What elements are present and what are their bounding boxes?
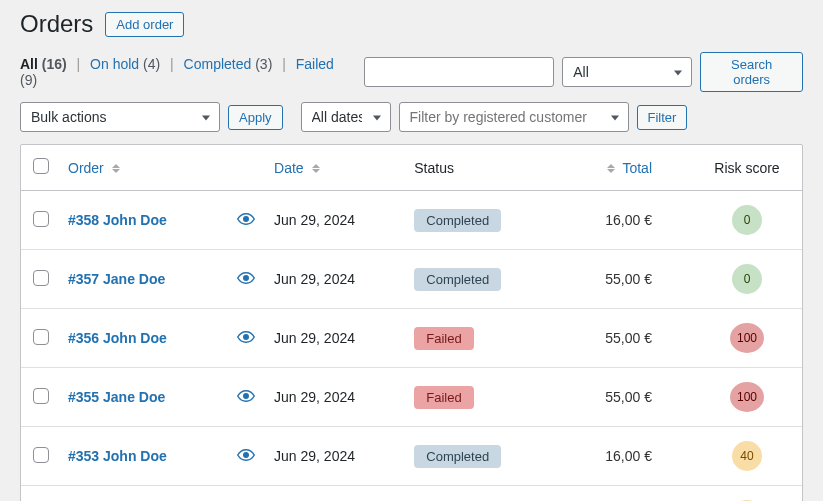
preview-icon[interactable] xyxy=(237,212,255,228)
svg-point-3 xyxy=(244,394,249,399)
preview-icon[interactable] xyxy=(237,271,255,287)
svg-point-2 xyxy=(244,335,249,340)
status-badge: Completed xyxy=(414,268,501,291)
separator: | xyxy=(71,56,87,72)
preview-icon[interactable] xyxy=(237,448,255,464)
svg-point-0 xyxy=(244,217,249,222)
column-total[interactable]: Total xyxy=(607,160,652,176)
row-select[interactable] xyxy=(33,447,49,463)
table-row: #357 Jane DoeJun 29, 2024Completed55,00 … xyxy=(21,250,802,309)
table-row: #353 John DoeJun 29, 2024Completed16,00 … xyxy=(21,427,802,486)
table-row: #358 John DoeJun 29, 2024Completed16,00 … xyxy=(21,191,802,250)
order-total: 55,00 € xyxy=(555,309,692,368)
filter-all[interactable]: All (16) xyxy=(20,56,67,72)
separator: | xyxy=(164,56,180,72)
filter-button[interactable]: Filter xyxy=(637,105,688,130)
order-date: Jun 29, 2024 xyxy=(266,486,406,502)
preview-icon[interactable] xyxy=(237,389,255,405)
table-row: #355 Jane DoeJun 29, 2024Failed55,00 €10… xyxy=(21,368,802,427)
table-row: #356 John DoeJun 29, 2024Failed55,00 €10… xyxy=(21,309,802,368)
svg-point-4 xyxy=(244,453,249,458)
risk-badge: 100 xyxy=(730,382,764,412)
apply-button[interactable]: Apply xyxy=(228,105,283,130)
order-date: Jun 29, 2024 xyxy=(266,191,406,250)
search-input[interactable] xyxy=(364,57,554,87)
order-date: Jun 29, 2024 xyxy=(266,427,406,486)
risk-badge: 40 xyxy=(732,441,762,471)
preview-icon[interactable] xyxy=(237,330,255,346)
order-total: 18,00 € xyxy=(555,486,692,502)
column-date[interactable]: Date xyxy=(274,160,319,176)
select-all[interactable] xyxy=(33,158,49,174)
row-select[interactable] xyxy=(33,329,49,345)
order-link[interactable]: #357 Jane Doe xyxy=(68,271,165,287)
order-total: 55,00 € xyxy=(555,368,692,427)
order-date: Jun 29, 2024 xyxy=(266,368,406,427)
row-select[interactable] xyxy=(33,388,49,404)
row-select[interactable] xyxy=(33,270,49,286)
sort-icon xyxy=(607,164,615,173)
page-title: Orders xyxy=(20,10,93,38)
table-row: #352 Jane DoeJun 29, 2024On hold18,00 €4… xyxy=(21,486,802,502)
sort-icon xyxy=(312,164,320,173)
order-date: Jun 29, 2024 xyxy=(266,309,406,368)
row-select[interactable] xyxy=(33,211,49,227)
status-badge: Completed xyxy=(414,445,501,468)
order-date: Jun 29, 2024 xyxy=(266,250,406,309)
bulk-actions-select[interactable]: Bulk actions xyxy=(20,102,220,132)
order-link[interactable]: #353 John Doe xyxy=(68,448,167,464)
risk-badge: 100 xyxy=(730,323,764,353)
search-orders-button[interactable]: Search orders xyxy=(700,52,803,92)
order-link[interactable]: #356 John Doe xyxy=(68,330,167,346)
separator: | xyxy=(276,56,292,72)
status-badge: Failed xyxy=(414,386,473,409)
status-badge: Completed xyxy=(414,209,501,232)
search-type-select[interactable]: All xyxy=(562,57,692,87)
orders-table: Order Date Status Total xyxy=(20,144,803,501)
filter-onhold[interactable]: On hold (4) xyxy=(90,56,160,72)
risk-badge: 0 xyxy=(732,205,762,235)
order-total: 16,00 € xyxy=(555,427,692,486)
customer-filter-select[interactable]: Filter by registered customer xyxy=(399,102,629,132)
column-order[interactable]: Order xyxy=(68,160,120,176)
filter-completed[interactable]: Completed (3) xyxy=(184,56,273,72)
status-badge: Failed xyxy=(414,327,473,350)
sort-icon xyxy=(112,164,120,173)
add-order-button[interactable]: Add order xyxy=(105,12,184,37)
order-link[interactable]: #355 Jane Doe xyxy=(68,389,165,405)
order-link[interactable]: #358 John Doe xyxy=(68,212,167,228)
svg-point-1 xyxy=(244,276,249,281)
date-filter-select[interactable]: All dates xyxy=(301,102,391,132)
order-total: 16,00 € xyxy=(555,191,692,250)
column-status: Status xyxy=(406,145,555,191)
order-total: 55,00 € xyxy=(555,250,692,309)
risk-badge: 0 xyxy=(732,264,762,294)
status-filter-links: All (16) | On hold (4) | Completed (3) |… xyxy=(20,56,354,88)
column-risk: Risk score xyxy=(692,145,802,191)
